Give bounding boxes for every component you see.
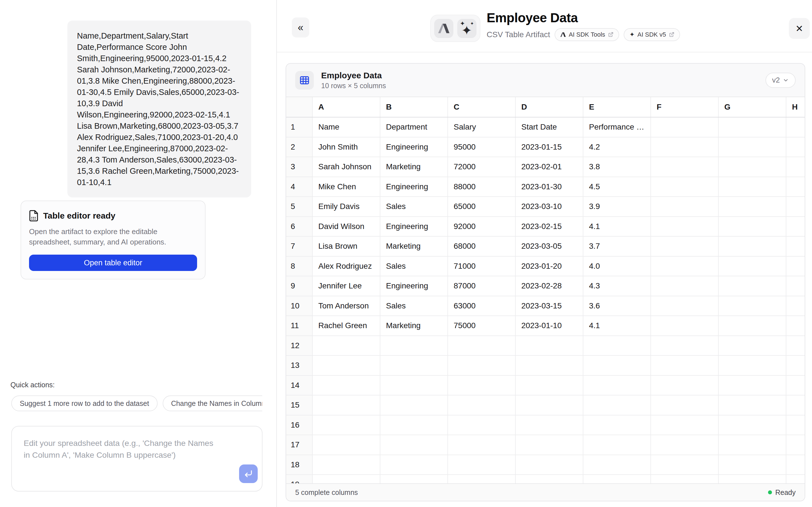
row-number-11[interactable]: 11 bbox=[286, 316, 313, 335]
cell-G17[interactable] bbox=[719, 435, 786, 455]
cell-G6[interactable] bbox=[719, 217, 786, 236]
cell-C5[interactable]: 65000 bbox=[448, 197, 516, 216]
cell-H3[interactable] bbox=[786, 157, 805, 177]
cell-A11[interactable]: Rachel Green bbox=[313, 316, 380, 335]
cell-B19[interactable] bbox=[380, 475, 448, 483]
cell-H15[interactable] bbox=[786, 395, 805, 415]
cell-D6[interactable]: 2023-02-15 bbox=[516, 217, 583, 236]
cell-C3[interactable]: 72000 bbox=[448, 157, 516, 177]
cell-E10[interactable]: 3.6 bbox=[583, 296, 651, 316]
cell-G11[interactable] bbox=[719, 316, 786, 335]
cell-A16[interactable] bbox=[313, 415, 380, 435]
cell-A12[interactable] bbox=[313, 336, 380, 355]
composer[interactable]: Edit your spreadsheet data (e.g., 'Chang… bbox=[11, 426, 262, 492]
row-number-2[interactable]: 2 bbox=[286, 137, 313, 157]
row-number-17[interactable]: 17 bbox=[286, 435, 313, 455]
cell-A6[interactable]: David Wilson bbox=[313, 217, 380, 236]
cell-H10[interactable] bbox=[786, 296, 805, 316]
badge-ai-sdk-v5[interactable]: ✦ AI SDK v5 bbox=[624, 28, 680, 41]
close-artifact-button[interactable]: ✕ bbox=[789, 18, 810, 39]
cell-A7[interactable]: Lisa Brown bbox=[313, 237, 380, 256]
cell-E2[interactable]: 4.2 bbox=[583, 137, 651, 157]
cell-C19[interactable] bbox=[448, 475, 516, 483]
cell-G8[interactable] bbox=[719, 257, 786, 276]
cell-B6[interactable]: Engineering bbox=[380, 217, 448, 236]
cell-D10[interactable]: 2023-03-15 bbox=[516, 296, 583, 316]
cell-H1[interactable] bbox=[786, 117, 805, 137]
cell-D15[interactable] bbox=[516, 395, 583, 415]
cell-A4[interactable]: Mike Chen bbox=[313, 177, 380, 196]
cell-G3[interactable] bbox=[719, 157, 786, 177]
cell-C6[interactable]: 92000 bbox=[448, 217, 516, 236]
cell-F11[interactable] bbox=[651, 316, 719, 335]
cell-A1[interactable]: Name bbox=[313, 117, 380, 137]
cell-D16[interactable] bbox=[516, 415, 583, 435]
cell-A8[interactable]: Alex Rodriguez bbox=[313, 257, 380, 276]
row-number-9[interactable]: 9 bbox=[286, 276, 313, 296]
row-number-1[interactable]: 1 bbox=[286, 117, 313, 137]
cell-G18[interactable] bbox=[719, 455, 786, 474]
cell-F18[interactable] bbox=[651, 455, 719, 474]
cell-H12[interactable] bbox=[786, 336, 805, 355]
cell-B1[interactable]: Department bbox=[380, 117, 448, 137]
cell-F10[interactable] bbox=[651, 296, 719, 316]
cell-B5[interactable]: Sales bbox=[380, 197, 448, 216]
cell-B8[interactable]: Sales bbox=[380, 257, 448, 276]
cell-A14[interactable] bbox=[313, 376, 380, 395]
cell-D13[interactable] bbox=[516, 356, 583, 375]
badge-ai-sdk-tools[interactable]: AI SDK Tools bbox=[555, 28, 619, 41]
cell-A9[interactable]: Jennifer Lee bbox=[313, 276, 380, 296]
cell-F6[interactable] bbox=[651, 217, 719, 236]
row-number-13[interactable]: 13 bbox=[286, 356, 313, 375]
cell-B14[interactable] bbox=[380, 376, 448, 395]
cell-E5[interactable]: 3.9 bbox=[583, 197, 651, 216]
column-header-B[interactable]: B bbox=[380, 97, 448, 117]
cell-C2[interactable]: 95000 bbox=[448, 137, 516, 157]
row-number-15[interactable]: 15 bbox=[286, 395, 313, 415]
cell-H2[interactable] bbox=[786, 137, 805, 157]
cell-A5[interactable]: Emily Davis bbox=[313, 197, 380, 216]
cell-D9[interactable]: 2023-02-28 bbox=[516, 276, 583, 296]
cell-D2[interactable]: 2023-01-15 bbox=[516, 137, 583, 157]
cell-F7[interactable] bbox=[651, 237, 719, 256]
cell-F12[interactable] bbox=[651, 336, 719, 355]
cell-C11[interactable]: 75000 bbox=[448, 316, 516, 335]
cell-F3[interactable] bbox=[651, 157, 719, 177]
cell-A2[interactable]: John Smith bbox=[313, 137, 380, 157]
cell-C18[interactable] bbox=[448, 455, 516, 474]
cell-B7[interactable]: Marketing bbox=[380, 237, 448, 256]
cell-B10[interactable]: Sales bbox=[380, 296, 448, 316]
cell-H19[interactable] bbox=[786, 475, 805, 483]
cell-D8[interactable]: 2023-01-20 bbox=[516, 257, 583, 276]
cell-E8[interactable]: 4.0 bbox=[583, 257, 651, 276]
cell-C14[interactable] bbox=[448, 376, 516, 395]
cell-F4[interactable] bbox=[651, 177, 719, 196]
column-header-E[interactable]: E bbox=[583, 97, 651, 117]
cell-G5[interactable] bbox=[719, 197, 786, 216]
cell-E18[interactable] bbox=[583, 455, 651, 474]
cell-E16[interactable] bbox=[583, 415, 651, 435]
cell-G15[interactable] bbox=[719, 395, 786, 415]
cell-A10[interactable]: Tom Anderson bbox=[313, 296, 380, 316]
quick-action-suggest-row[interactable]: Suggest 1 more row to add to the dataset bbox=[11, 395, 158, 411]
cell-D19[interactable] bbox=[516, 475, 583, 483]
cell-E13[interactable] bbox=[583, 356, 651, 375]
cell-C10[interactable]: 63000 bbox=[448, 296, 516, 316]
cell-F19[interactable] bbox=[651, 475, 719, 483]
send-button[interactable] bbox=[239, 464, 258, 483]
cell-E1[interactable]: Performance Score bbox=[583, 117, 651, 137]
cell-E14[interactable] bbox=[583, 376, 651, 395]
cell-A19[interactable] bbox=[313, 475, 380, 483]
cell-E7[interactable]: 3.7 bbox=[583, 237, 651, 256]
cell-G10[interactable] bbox=[719, 296, 786, 316]
open-table-editor-button[interactable]: Open table editor bbox=[29, 255, 197, 271]
cell-B15[interactable] bbox=[380, 395, 448, 415]
cell-G16[interactable] bbox=[719, 415, 786, 435]
row-number-19[interactable]: 19 bbox=[286, 475, 313, 483]
cell-H4[interactable] bbox=[786, 177, 805, 196]
cell-A17[interactable] bbox=[313, 435, 380, 455]
cell-E15[interactable] bbox=[583, 395, 651, 415]
cell-G12[interactable] bbox=[719, 336, 786, 355]
cell-B2[interactable]: Engineering bbox=[380, 137, 448, 157]
cell-A3[interactable]: Sarah Johnson bbox=[313, 157, 380, 177]
